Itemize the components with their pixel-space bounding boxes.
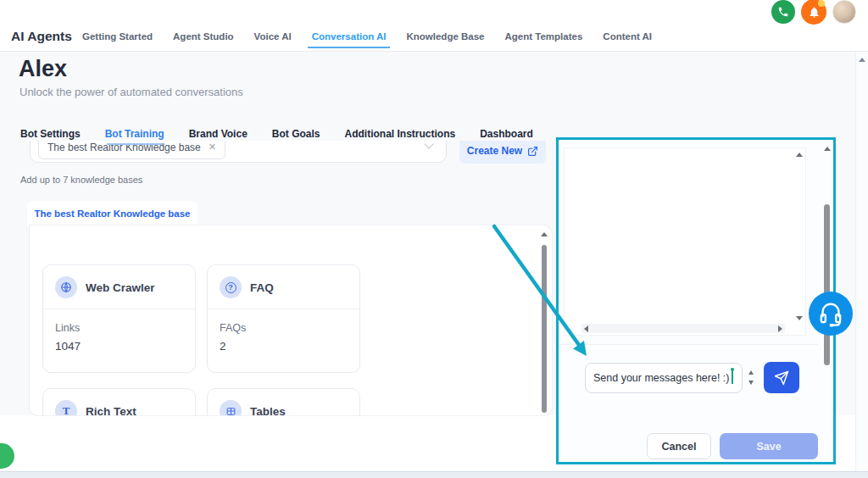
scrollbar-thumb[interactable] <box>542 245 547 413</box>
rich-text-icon: T <box>55 400 77 415</box>
notifications-button[interactable] <box>801 0 826 25</box>
card-header: ? FAQ <box>208 265 359 309</box>
scrollbar-thumb[interactable] <box>824 204 830 365</box>
nav-agent-templates[interactable]: Agent Templates <box>505 31 583 42</box>
scroll-down-icon[interactable] <box>796 316 803 320</box>
card-title: Tables <box>250 405 286 416</box>
message-input-value: Send your messages here! :) <box>593 372 730 384</box>
card-faq[interactable]: ? FAQ FAQs 2 <box>207 264 360 373</box>
message-input[interactable]: Send your messages here! :) <box>585 363 743 393</box>
scroll-up-icon[interactable] <box>541 232 548 236</box>
tab-dashboard[interactable]: Dashboard <box>480 128 533 140</box>
scroll-right-icon[interactable] <box>778 325 782 332</box>
chat-messages-area[interactable] <box>564 147 806 336</box>
divider <box>559 344 818 345</box>
phone-icon <box>777 6 789 18</box>
text-caret <box>732 371 733 384</box>
page-scrollbar[interactable] <box>855 52 868 471</box>
knowledge-base-panel: Web Crawler Links 1047 ? FAQ FAQs 2 <box>30 225 552 415</box>
phone-button[interactable] <box>771 0 795 24</box>
nav-agent-studio[interactable]: Agent Studio <box>173 31 234 42</box>
tab-additional-instructions[interactable]: Additional Instructions <box>344 128 455 140</box>
panel-scrollbar[interactable] <box>539 229 549 414</box>
tab-bot-training[interactable]: Bot Training <box>105 128 164 140</box>
stat-value: 2 <box>220 340 348 353</box>
message-compose-row: Send your messages here! :) <box>585 362 799 393</box>
card-header: T Rich Text <box>43 389 195 415</box>
nav-getting-started[interactable]: Getting Started <box>82 31 153 42</box>
app-window: AI Agents Getting Started Agent Studio V… <box>0 0 868 478</box>
bottom-band <box>0 471 868 478</box>
app-title: AI Agents <box>11 29 72 44</box>
cancel-button[interactable]: Cancel <box>647 433 711 459</box>
nav-conversation-ai[interactable]: Conversation AI <box>312 31 387 42</box>
card-rich-text[interactable]: T Rich Text <box>42 388 196 415</box>
nav-content-ai[interactable]: Content AI <box>603 31 652 42</box>
external-link-icon <box>527 146 538 157</box>
main-nav: Getting Started Agent Studio Voice AI Co… <box>82 31 652 42</box>
card-header: Tables <box>208 389 359 415</box>
bell-icon <box>808 6 821 19</box>
save-button[interactable]: Save <box>720 433 818 459</box>
chat-horizontal-scrollbar[interactable] <box>581 324 785 333</box>
stat-label: FAQs <box>220 322 348 334</box>
chevron-down-icon[interactable] <box>424 139 433 148</box>
stat-value: 1047 <box>55 340 183 353</box>
tab-brand-voice[interactable]: Brand Voice <box>189 128 248 140</box>
support-headset-button[interactable] <box>809 292 853 336</box>
scroll-up-icon[interactable] <box>824 147 831 151</box>
chat-preview-panel: Send your messages here! :) Cancel Save <box>556 137 836 464</box>
top-navigation-bar: AI Agents Getting Started Agent Studio V… <box>0 0 868 52</box>
globe-icon <box>55 276 77 298</box>
send-button[interactable] <box>764 362 799 393</box>
card-header: Web Crawler <box>43 265 195 309</box>
create-new-label: Create New <box>467 145 522 157</box>
chip-remove-icon[interactable]: ✕ <box>209 142 216 153</box>
card-title: FAQ <box>250 281 274 294</box>
notification-badge <box>818 0 825 7</box>
scroll-up-icon[interactable] <box>796 153 803 157</box>
tables-icon <box>220 400 242 415</box>
knowledge-base-hint: Add up to 7 knowledge bases <box>20 175 142 185</box>
card-web-crawler[interactable]: Web Crawler Links 1047 <box>42 264 196 373</box>
page-subtitle: Unlock the power of automated conversati… <box>19 86 243 98</box>
user-avatar[interactable] <box>832 0 856 24</box>
chat-vertical-scrollbar[interactable] <box>793 151 804 322</box>
tab-bot-settings[interactable]: Bot Settings <box>20 128 81 140</box>
tab-bot-goals[interactable]: Bot Goals <box>272 128 320 140</box>
knowledge-base-tab[interactable]: The best Realtor Knowledge base <box>27 201 198 226</box>
question-icon: ? <box>220 276 242 298</box>
card-tables[interactable]: Tables <box>207 388 360 415</box>
create-new-button[interactable]: Create New <box>459 138 546 164</box>
stat-label: Links <box>55 322 183 334</box>
paper-plane-icon <box>774 370 789 386</box>
headset-icon <box>818 300 843 327</box>
stepper-down-icon[interactable] <box>748 381 754 385</box>
scroll-up-icon[interactable] <box>859 58 865 62</box>
stepper-up-icon[interactable] <box>748 370 754 375</box>
card-body: FAQs 2 <box>208 309 359 365</box>
card-title: Rich Text <box>86 405 136 416</box>
bot-tabs: Bot Settings Bot Training Brand Voice Bo… <box>20 128 533 140</box>
nav-voice-ai[interactable]: Voice AI <box>254 31 292 42</box>
scroll-left-icon[interactable] <box>584 325 588 332</box>
input-stepper[interactable] <box>745 363 757 393</box>
card-title: Web Crawler <box>86 281 155 294</box>
topbar-actions <box>771 0 856 25</box>
page-title: Alex <box>19 56 67 82</box>
card-body: Links 1047 <box>43 309 195 365</box>
source-cards: Web Crawler Links 1047 ? FAQ FAQs 2 <box>42 264 360 415</box>
nav-knowledge-base[interactable]: Knowledge Base <box>406 31 484 42</box>
